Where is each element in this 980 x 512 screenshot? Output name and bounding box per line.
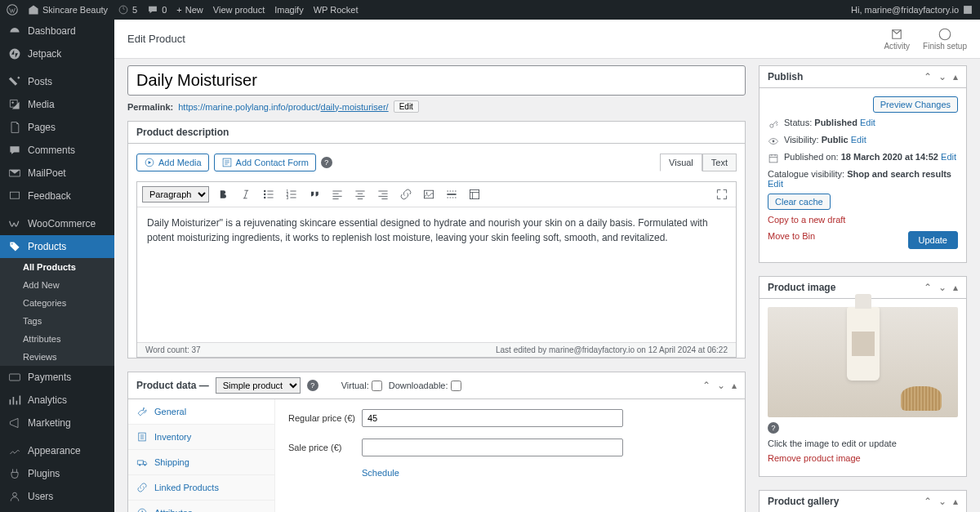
help-icon[interactable]: ? bbox=[768, 422, 779, 434]
svg-point-16 bbox=[264, 194, 265, 195]
description-editor[interactable]: Daily Moisturizer" is a rejuvenating ski… bbox=[137, 207, 736, 342]
move-down-icon[interactable]: ⌄ bbox=[717, 380, 725, 391]
svg-point-34 bbox=[773, 140, 775, 143]
bold-icon[interactable] bbox=[214, 185, 232, 203]
svg-rect-7 bbox=[10, 374, 20, 381]
menu-dashboard[interactable]: Dashboard bbox=[0, 20, 114, 42]
menu-mailpoet[interactable]: MailPoet bbox=[0, 162, 114, 185]
copy-draft-link[interactable]: Copy to a new draft bbox=[768, 215, 845, 225]
edit-visibility-link[interactable]: Edit bbox=[851, 135, 866, 145]
update-button[interactable]: Update bbox=[908, 231, 958, 249]
toggle-icon[interactable]: ▴ bbox=[953, 71, 958, 82]
menu-woocommerce[interactable]: WooCommerce bbox=[0, 212, 114, 235]
edit-catalog-link[interactable]: Edit bbox=[768, 179, 783, 189]
tab-attributes[interactable]: Attributes bbox=[128, 501, 274, 512]
fullscreen-icon[interactable] bbox=[713, 185, 731, 203]
comments-icon[interactable]: 0 bbox=[147, 4, 167, 16]
site-name[interactable]: Skincare Beauty bbox=[28, 4, 108, 16]
move-up-icon[interactable]: ⌃ bbox=[924, 496, 932, 507]
updates-icon[interactable]: 5 bbox=[118, 4, 137, 16]
svg-point-4 bbox=[11, 101, 13, 103]
align-center-icon[interactable] bbox=[351, 185, 369, 203]
tab-inventory[interactable]: Inventory bbox=[128, 425, 274, 450]
menu-plugins[interactable]: Plugins bbox=[0, 462, 114, 485]
align-right-icon[interactable] bbox=[374, 185, 392, 203]
submenu-reviews[interactable]: Reviews bbox=[0, 348, 114, 366]
bullet-list-icon[interactable] bbox=[260, 185, 278, 203]
help-icon[interactable]: ? bbox=[321, 157, 332, 168]
submenu-attributes[interactable]: Attributes bbox=[0, 330, 114, 348]
submenu-add-new[interactable]: Add New bbox=[0, 276, 114, 294]
visual-tab[interactable]: Visual bbox=[660, 154, 702, 171]
wp-logo-icon[interactable] bbox=[7, 4, 18, 16]
number-list-icon[interactable]: 123 bbox=[283, 185, 301, 203]
tab-shipping[interactable]: Shipping bbox=[128, 450, 274, 475]
imagify-link[interactable]: Imagify bbox=[274, 5, 303, 15]
toggle-icon[interactable]: ▴ bbox=[953, 282, 958, 293]
user-greeting[interactable]: Hi, marine@fridayfactory.io bbox=[851, 4, 973, 16]
product-title-input[interactable] bbox=[127, 65, 746, 96]
insert-more-icon[interactable] bbox=[443, 185, 461, 203]
link-icon[interactable] bbox=[397, 185, 415, 203]
submenu-all-products[interactable]: All Products bbox=[0, 258, 114, 276]
schedule-link[interactable]: Schedule bbox=[362, 468, 399, 478]
help-icon[interactable]: ? bbox=[307, 380, 318, 391]
downloadable-checkbox[interactable]: Downloadable: bbox=[389, 381, 461, 391]
sale-price-input[interactable] bbox=[362, 439, 623, 456]
menu-posts[interactable]: Posts bbox=[0, 70, 114, 93]
menu-users[interactable]: Users bbox=[0, 485, 114, 508]
remove-image-link[interactable]: Remove product image bbox=[768, 453, 861, 463]
edit-status-link[interactable]: Edit bbox=[860, 118, 875, 127]
preview-changes-button[interactable]: Preview Changes bbox=[873, 96, 958, 113]
insert-image-icon[interactable] bbox=[420, 185, 438, 203]
clear-cache-button[interactable]: Clear cache bbox=[768, 194, 831, 210]
menu-appearance[interactable]: Appearance bbox=[0, 439, 114, 462]
admin-sidebar: Dashboard Jetpack Posts Media Pages Comm… bbox=[0, 20, 114, 512]
toolbar-toggle-icon[interactable] bbox=[466, 185, 483, 203]
move-up-icon[interactable]: ⌃ bbox=[924, 71, 932, 82]
move-up-icon[interactable]: ⌃ bbox=[702, 380, 710, 391]
menu-jetpack[interactable]: Jetpack bbox=[0, 42, 114, 65]
view-product-link[interactable]: View product bbox=[213, 5, 265, 15]
menu-media[interactable]: Media bbox=[0, 93, 114, 116]
general-panel: Regular price (€) Sale price (€) Schedul… bbox=[275, 399, 745, 512]
format-select[interactable]: Paragraph bbox=[142, 186, 209, 203]
menu-feedback[interactable]: Feedback bbox=[0, 185, 114, 207]
toggle-icon[interactable]: ▴ bbox=[953, 496, 958, 507]
regular-price-input[interactable] bbox=[362, 409, 623, 427]
finish-setup-button[interactable]: Finish setup bbox=[923, 27, 967, 51]
permalink-link[interactable]: https://marine.polylang.info/product/dai… bbox=[178, 102, 388, 112]
tab-general[interactable]: General bbox=[128, 399, 274, 425]
add-contact-form-button[interactable]: Add Contact Form bbox=[214, 154, 316, 171]
edit-permalink-button[interactable]: Edit bbox=[394, 100, 419, 113]
submenu-categories[interactable]: Categories bbox=[0, 294, 114, 312]
toggle-icon[interactable]: ▴ bbox=[732, 380, 737, 391]
align-left-icon[interactable] bbox=[328, 185, 346, 203]
move-down-icon[interactable]: ⌄ bbox=[938, 71, 947, 82]
virtual-checkbox[interactable]: Virtual: bbox=[341, 381, 382, 391]
new-content[interactable]: +New bbox=[176, 5, 203, 15]
italic-icon[interactable] bbox=[237, 185, 255, 203]
menu-analytics[interactable]: Analytics bbox=[0, 389, 114, 412]
move-down-icon[interactable]: ⌄ bbox=[938, 282, 947, 293]
product-image-thumbnail[interactable] bbox=[768, 307, 958, 417]
tab-linked[interactable]: Linked Products bbox=[128, 475, 274, 501]
edit-date-link[interactable]: Edit bbox=[941, 152, 956, 162]
menu-tools[interactable]: Tools bbox=[0, 508, 114, 512]
activity-button[interactable]: Activity bbox=[884, 27, 910, 51]
submenu-tags[interactable]: Tags bbox=[0, 312, 114, 330]
wprocket-link[interactable]: WP Rocket bbox=[314, 5, 359, 15]
menu-pages[interactable]: Pages bbox=[0, 116, 114, 139]
menu-products[interactable]: Products bbox=[0, 235, 114, 258]
add-media-button[interactable]: Add Media bbox=[136, 154, 209, 171]
svg-point-22 bbox=[426, 193, 428, 194]
text-tab[interactable]: Text bbox=[702, 154, 737, 171]
menu-comments[interactable]: Comments bbox=[0, 139, 114, 162]
product-type-select[interactable]: Simple product bbox=[216, 377, 301, 394]
move-bin-link[interactable]: Move to Bin bbox=[768, 231, 815, 241]
menu-marketing[interactable]: Marketing bbox=[0, 412, 114, 434]
quote-icon[interactable] bbox=[305, 185, 323, 203]
move-up-icon[interactable]: ⌃ bbox=[924, 282, 932, 293]
move-down-icon[interactable]: ⌄ bbox=[938, 496, 947, 507]
menu-payments[interactable]: Payments bbox=[0, 366, 114, 389]
